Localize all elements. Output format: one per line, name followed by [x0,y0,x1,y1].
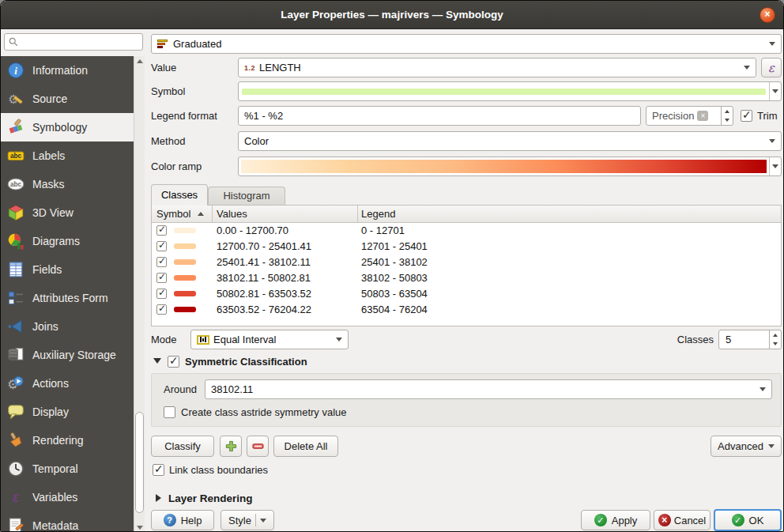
renderer-type-combo[interactable]: Graduated [151,34,782,54]
class-values: 63503.52 - 76204.22 [217,302,311,318]
symbol-preview-button[interactable] [238,81,782,101]
class-symbol-swatch[interactable] [174,259,196,265]
classes-table-header[interactable]: Symbol Values Legend [152,206,781,223]
around-combo[interactable]: 38102.11 [205,379,772,399]
scroll-down-icon[interactable] [137,526,143,530]
help-icon [164,514,176,526]
row-checkbox[interactable] [156,273,167,283]
column-header-symbol[interactable]: Symbol [156,206,190,222]
sidebar-item-display[interactable]: Display [1,398,134,426]
sidebar-item-temporal[interactable]: Temporal [1,455,134,483]
column-header-values[interactable]: Values [217,206,247,222]
class-symbol-swatch[interactable] [174,275,196,281]
scrollbar-thumb[interactable] [135,412,144,513]
sidebar-item-3d-view[interactable]: 3D View [1,198,134,227]
tab-classes[interactable]: Classes [151,184,208,206]
layer-rendering-expander-icon[interactable] [156,494,161,502]
trim-checkbox[interactable] [741,110,752,122]
sidebar-item-labels[interactable]: abcLabels [1,141,134,170]
symmetric-expander-icon[interactable] [153,358,161,364]
advanced-button[interactable]: Advanced [710,436,782,457]
table-row[interactable]: 25401.41 - 38102.1125401 - 38102 [152,255,781,270]
cancel-button[interactable]: Cancel [654,510,710,530]
legend-format-input[interactable] [238,106,641,126]
apply-icon [594,514,607,526]
chevron-down-icon [260,519,266,523]
class-symbol-swatch[interactable] [174,228,196,233]
sidebar-item-actions[interactable]: ⚙Actions [1,369,134,398]
row-checkbox[interactable] [156,225,167,236]
search-input[interactable] [21,36,138,47]
svg-text:ε: ε [13,489,19,505]
ok-icon [732,514,744,526]
sidebar-item-variables[interactable]: εVariables [1,483,134,511]
classes-spinner[interactable] [769,330,781,349]
table-row[interactable]: 38102.11 - 50802.8138102 - 50803 [152,270,781,286]
remove-class-button[interactable] [247,436,269,457]
apply-button[interactable]: Apply [581,510,650,530]
classes-spinbox[interactable]: 5 [718,330,782,349]
mode-combo[interactable]: Equal Interval [190,330,349,349]
class-legend[interactable]: 50803 - 63504 [361,286,428,302]
sidebar-item-metadata[interactable]: Metadata [1,511,134,532]
sidebar-item-symbology[interactable]: Symbology [1,113,134,141]
sidebar-item-auxiliary-storage[interactable]: Auxiliary Storage [1,341,134,369]
class-legend[interactable]: 12701 - 25401 [361,239,428,255]
class-symbol-swatch[interactable] [174,307,196,312]
table-row[interactable]: 0.00 - 12700.700 - 12701 [152,223,781,239]
3d-view-icon [7,204,24,221]
sidebar-item-source[interactable]: ⚙Source [1,85,134,113]
class-legend[interactable]: 63504 - 76204 [361,302,428,318]
help-button[interactable]: Help [151,510,214,530]
sidebar-item-masks[interactable]: abcMasks [1,170,134,198]
sidebar-item-attributes-form[interactable]: Attributes Form [1,284,134,312]
table-row[interactable]: 12700.70 - 25401.4112701 - 25401 [152,239,781,255]
scroll-up-icon[interactable] [137,59,143,63]
precision-spinbox[interactable]: Precision [646,106,733,126]
class-symbol-swatch[interactable] [174,243,196,249]
sidebar-item-label: 3D View [32,206,74,219]
row-checkbox[interactable] [156,241,167,251]
row-checkbox[interactable] [156,289,167,299]
sidebar-item-joins[interactable]: Joins [1,312,134,341]
sidebar-item-diagrams[interactable]: Diagrams [1,227,134,255]
column-header-legend[interactable]: Legend [361,206,395,222]
sidebar-item-rendering[interactable]: Rendering [1,426,134,455]
symbol-label: Symbol [151,81,185,101]
table-row[interactable]: 50802.81 - 63503.5250803 - 63504 [152,286,781,302]
sidebar-item-information[interactable]: iInformation [1,56,134,85]
class-legend[interactable]: 0 - 12701 [361,223,405,239]
delete-all-button[interactable]: Delete All [273,436,338,457]
class-legend[interactable]: 25401 - 38102 [361,255,428,270]
sort-arrow-icon [198,212,204,216]
classify-button[interactable]: Classify [151,436,214,457]
row-checkbox[interactable] [156,304,167,315]
row-checkbox[interactable] [156,257,167,267]
labels-icon: abc [7,147,24,164]
symbol-preview-line [242,89,766,95]
ok-button[interactable]: OK [714,509,782,531]
titlebar[interactable]: Layer Properties — majrivers — Symbology [1,1,783,29]
link-boundaries-checkbox[interactable] [153,464,164,476]
sidebar-item-fields[interactable]: Fields [1,255,134,284]
color-ramp-button[interactable] [238,157,782,176]
precision-spinner[interactable] [721,107,733,125]
style-button[interactable]: Style [220,510,274,530]
expression-button[interactable]: ε [761,58,782,77]
sidebar-scrollbar[interactable] [134,56,145,532]
close-button[interactable] [760,7,775,23]
symmetric-checkbox[interactable] [168,356,179,368]
table-row[interactable]: 63503.52 - 76204.2263504 - 76204 [152,302,781,318]
astride-checkbox[interactable] [164,406,175,418]
value-field-name: LENGTH [259,62,301,74]
tab-histogram[interactable]: Histogram [208,187,285,205]
minus-icon [252,440,264,452]
masks-icon: abc [7,175,24,193]
add-class-button[interactable] [220,436,242,457]
class-legend[interactable]: 38102 - 50803 [361,270,428,286]
sidebar-search[interactable] [4,33,143,51]
method-combo[interactable]: Color [238,131,782,151]
class-symbol-swatch[interactable] [174,291,196,296]
value-combo[interactable]: 1.2 LENGTH [238,58,756,77]
precision-clear-icon[interactable] [697,111,708,121]
